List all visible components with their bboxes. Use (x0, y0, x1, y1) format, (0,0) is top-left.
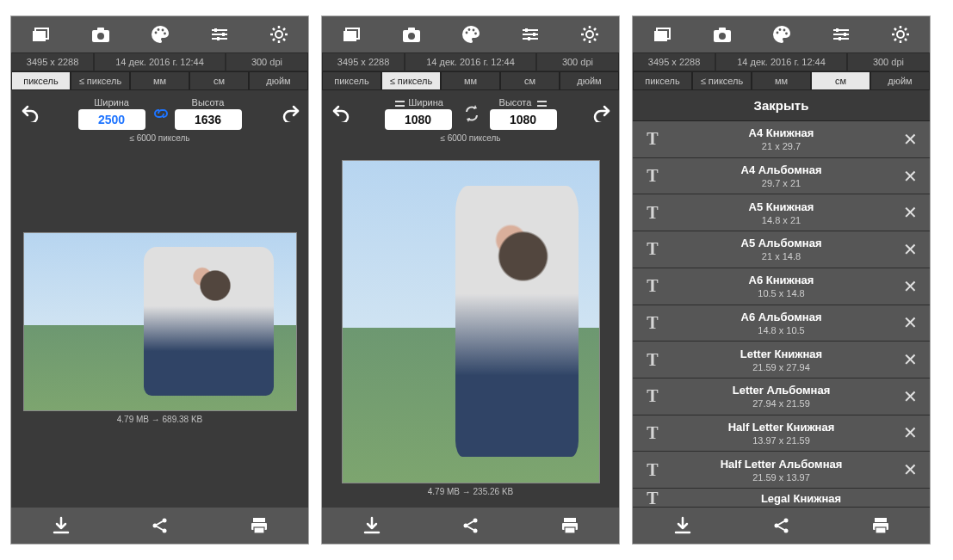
close-icon[interactable]: ✕ (890, 312, 930, 333)
list-item[interactable]: THalf Letter Книжная13.97 x 21.59✕ (633, 415, 930, 452)
download-icon[interactable] (640, 508, 726, 544)
undo-icon[interactable] (327, 103, 353, 124)
tab-mm[interactable]: мм (441, 71, 500, 90)
share-icon[interactable] (428, 508, 514, 544)
gallery-icon[interactable] (634, 16, 692, 52)
list-item-title: Letter Альбомная (672, 384, 890, 397)
swap-icon[interactable] (454, 103, 488, 124)
share-icon[interactable] (117, 508, 203, 544)
width-label: Ширина (408, 97, 443, 108)
link-icon[interactable] (147, 103, 173, 124)
close-icon[interactable]: ✕ (890, 239, 930, 260)
camera-icon[interactable] (382, 16, 441, 52)
dimension-row: Ширина 2500 Высота 1636 (11, 90, 308, 133)
top-toolbar (11, 16, 308, 52)
tab-cm[interactable]: см (500, 71, 560, 90)
list-item-text: A5 Альбомная21 x 14.8 (672, 237, 890, 262)
type-icon: T (633, 350, 672, 370)
list-item[interactable]: TA6 Альбомная14.8 x 10.5✕ (633, 305, 930, 342)
type-icon: T (633, 423, 672, 443)
list-item-dim: 21.59 x 27.94 (672, 362, 890, 372)
tab-cm[interactable]: см (189, 71, 249, 90)
download-icon[interactable] (18, 508, 104, 544)
image-info-row: 3495 x 2288 14 дек. 2016 г. 12:44 300 dp… (633, 52, 930, 71)
download-icon[interactable] (329, 508, 415, 544)
tab-lepixel[interactable]: ≤ пиксель (381, 71, 441, 90)
width-input[interactable]: 2500 (78, 109, 145, 130)
tab-pixel[interactable]: пиксель (11, 71, 71, 90)
close-header[interactable]: Закрыть (633, 90, 930, 121)
tab-cm[interactable]: см (811, 71, 870, 90)
camera-icon[interactable] (693, 16, 752, 52)
close-icon[interactable]: ✕ (890, 129, 930, 150)
close-icon[interactable]: ✕ (890, 166, 930, 187)
height-input[interactable]: 1080 (490, 109, 557, 130)
type-icon: T (633, 386, 672, 406)
info-dpi: 300 dpi (847, 52, 930, 71)
unit-tabs: пиксель ≤ пиксель мм см дюйм (322, 71, 619, 90)
tab-pixel[interactable]: пиксель (322, 71, 381, 90)
width-input[interactable]: 1080 (385, 109, 452, 130)
list-item[interactable]: TA4 Альбомная29.7 x 21✕ (633, 158, 930, 195)
print-icon[interactable] (838, 508, 924, 544)
image-info-row: 3495 x 2288 14 дек. 2016 г. 12:44 300 dp… (11, 52, 308, 71)
list-item[interactable]: TA6 Книжная10.5 x 14.8✕ (633, 268, 930, 305)
tab-pixel[interactable]: пиксель (633, 71, 692, 90)
list-item[interactable]: TLetter Альбомная27.94 x 21.59✕ (633, 378, 930, 415)
close-icon[interactable]: ✕ (890, 386, 930, 407)
gallery-icon[interactable] (12, 16, 71, 52)
list-item[interactable]: TA4 Книжная21 x 29.7✕ (633, 121, 930, 158)
print-icon[interactable] (527, 508, 613, 544)
preview-image (23, 232, 297, 411)
tab-mm[interactable]: мм (752, 71, 811, 90)
palette-icon[interactable] (752, 16, 811, 52)
palette-icon[interactable] (442, 16, 500, 52)
list-item[interactable]: THalf Letter Альбомная21.59 x 13.97✕ (633, 452, 930, 489)
menu-icon[interactable] (393, 97, 405, 109)
camera-icon[interactable] (71, 16, 130, 52)
sliders-icon[interactable] (190, 16, 249, 52)
palette-icon[interactable] (131, 16, 189, 52)
close-icon[interactable]: ✕ (890, 459, 930, 480)
height-input[interactable]: 1636 (175, 109, 242, 130)
print-icon[interactable] (216, 508, 302, 544)
list-item[interactable]: TA5 Альбомная21 x 14.8✕ (633, 231, 930, 268)
list-item[interactable]: TA5 Книжная14.8 x 21✕ (633, 194, 930, 231)
redo-icon[interactable] (277, 103, 303, 124)
size-constraint: ≤ 6000 пиксель (11, 133, 308, 148)
height-group: Высота 1636 (175, 97, 242, 130)
list-item-title: Letter Книжная (672, 348, 890, 360)
gear-icon[interactable] (560, 16, 619, 52)
bottom-toolbar (633, 508, 930, 544)
tab-mm[interactable]: мм (130, 71, 189, 90)
tab-lepixel[interactable]: ≤ пиксель (71, 71, 130, 90)
tab-lepixel[interactable]: ≤ пиксель (692, 71, 752, 90)
close-icon[interactable]: ✕ (890, 422, 930, 443)
redo-icon[interactable] (588, 103, 614, 124)
gallery-icon[interactable] (323, 16, 381, 52)
unit-tabs: пиксель ≤ пиксель мм см дюйм (11, 71, 308, 90)
sliders-icon[interactable] (501, 16, 560, 52)
close-icon[interactable]: ✕ (890, 202, 930, 223)
share-icon[interactable] (739, 508, 825, 544)
list-item-title: A4 Книжная (672, 126, 890, 139)
screen-3: 3495 x 2288 14 дек. 2016 г. 12:44 300 dp… (632, 15, 931, 545)
undo-icon[interactable] (16, 103, 42, 124)
tab-inch[interactable]: дюйм (249, 71, 308, 90)
bottom-toolbar (322, 508, 619, 544)
menu-icon[interactable] (535, 97, 547, 109)
info-dims: 3495 x 2288 (11, 52, 94, 71)
image-info-row: 3495 x 2288 14 дек. 2016 г. 12:44 300 dp… (322, 52, 619, 71)
tab-inch[interactable]: дюйм (560, 71, 619, 90)
gear-icon[interactable] (250, 16, 308, 52)
close-icon[interactable]: ✕ (890, 349, 930, 370)
list-item[interactable]: TLegal Книжная (633, 489, 930, 508)
gear-icon[interactable] (871, 16, 930, 52)
tab-inch[interactable]: дюйм (870, 71, 930, 90)
list-item[interactable]: TLetter Книжная21.59 x 27.94✕ (633, 342, 930, 378)
type-icon: T (633, 166, 672, 186)
width-group: Ширина 1080 (385, 97, 452, 130)
sliders-icon[interactable] (812, 16, 870, 52)
close-icon[interactable]: ✕ (890, 276, 930, 297)
top-toolbar (322, 16, 619, 52)
